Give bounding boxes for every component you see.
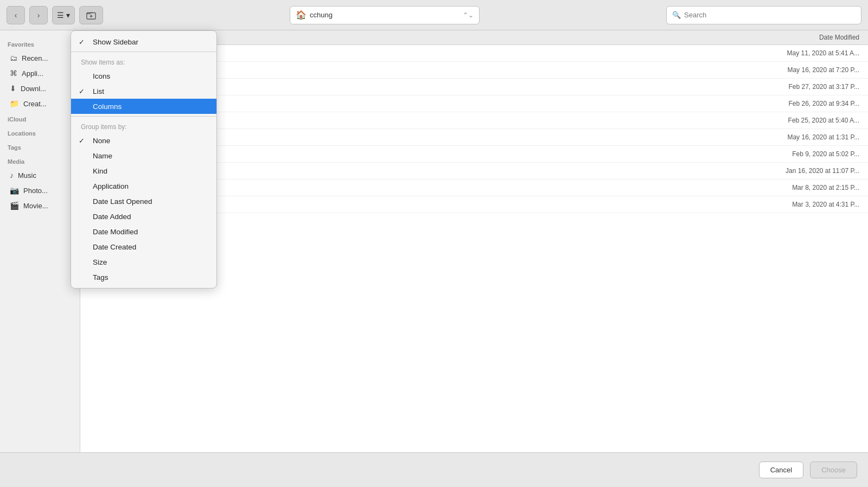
sidebar-item-photos[interactable]: 📷 Photo...	[2, 183, 78, 197]
date-added-item[interactable]: Date Added	[71, 209, 216, 224]
tags-label: Tags	[0, 140, 80, 153]
sidebar-item-recent[interactable]: 🗂 Recen...	[2, 51, 78, 65]
search-bar[interactable]: 🔍	[666, 6, 861, 24]
menu-divider-2	[71, 116, 216, 117]
icloud-label: iCloud	[0, 112, 80, 125]
cancel-button[interactable]: Cancel	[759, 462, 803, 478]
sidebar-item-music[interactable]: ♪ Music	[2, 168, 78, 182]
date-last-opened-label: Date Last Opened	[93, 197, 152, 206]
view-options-dropdown: ✓ Show Sidebar Show items as: Icons ✓ Li…	[71, 30, 217, 289]
date-created-label: Date Created	[93, 243, 136, 251]
kind-item[interactable]: Kind	[71, 163, 216, 178]
media-label: Media	[0, 154, 80, 167]
file-date: Feb 27, 2020 at 3:17 P...	[718, 83, 859, 91]
icons-item[interactable]: Icons	[71, 68, 216, 84]
downloads-icon: ⬇	[10, 84, 16, 93]
size-label: Size	[93, 258, 107, 266]
file-date: Feb 25, 2020 at 5:40 A...	[718, 117, 859, 124]
group-items-by-label: Group items by:	[71, 119, 216, 133]
columns-item[interactable]: Columns	[71, 99, 216, 114]
movies-icon: 🎬	[10, 201, 19, 210]
new-folder-icon	[86, 10, 96, 20]
sidebar-item-recent-label: Recen...	[22, 54, 48, 62]
folder-icon: 📁	[10, 99, 19, 108]
home-icon: 🏠	[296, 10, 307, 20]
sidebar-item-creative[interactable]: 📁 Creat...	[2, 97, 78, 111]
columns-label: Columns	[93, 102, 122, 111]
photos-icon: 📷	[10, 186, 19, 195]
name-label: Name	[93, 152, 112, 160]
location-bar[interactable]: 🏠 cchung ⌃⌄	[290, 6, 480, 24]
application-label: Application	[93, 182, 129, 190]
toolbar: ‹ › ☰ ▾ 🏠 cchung ⌃⌄ 🔍	[0, 0, 868, 30]
search-icon: 🔍	[672, 11, 681, 19]
none-item[interactable]: ✓ None	[71, 133, 216, 148]
list-label: List	[93, 87, 104, 95]
new-folder-button[interactable]	[79, 6, 103, 24]
file-date: Jan 16, 2020 at 11:07 P...	[718, 167, 859, 175]
view-options-button[interactable]: ☰ ▾	[52, 6, 75, 24]
list-check: ✓	[79, 87, 88, 95]
recent-icon: 🗂	[10, 54, 17, 62]
file-date: Feb 9, 2020 at 5:02 P...	[718, 150, 859, 158]
icons-label: Icons	[93, 72, 110, 80]
applications-icon: ⌘	[10, 69, 17, 78]
sidebar-item-movies-label: Movie...	[23, 202, 48, 210]
sidebar-item-downloads-label: Downl...	[21, 85, 46, 93]
music-icon: ♪	[10, 171, 14, 180]
date-modified-label: Date Modified	[93, 228, 138, 236]
sidebar-item-downloads[interactable]: ⬇ Downl...	[2, 81, 78, 95]
kind-label: Kind	[93, 167, 107, 175]
sidebar-item-music-label: Music	[18, 171, 36, 180]
sidebar-item-movies[interactable]: 🎬 Movie...	[2, 198, 78, 213]
show-sidebar-label: Show Sidebar	[93, 38, 138, 46]
date-created-item[interactable]: Date Created	[71, 239, 216, 254]
sidebar-item-applications[interactable]: ⌘ Appli...	[2, 66, 78, 80]
search-input[interactable]	[684, 11, 856, 19]
sidebar-item-photos-label: Photo...	[23, 187, 48, 195]
choose-button[interactable]: Choose	[810, 462, 857, 478]
file-date: May 16, 2020 at 7:20 P...	[718, 66, 859, 74]
location-arrows-icon: ⌃⌄	[463, 11, 474, 19]
back-icon: ‹	[15, 11, 17, 20]
favorites-label: Favorites	[0, 37, 80, 50]
sidebar-item-creative-label: Creat...	[23, 100, 47, 108]
show-items-as-label: Show items as:	[71, 54, 216, 68]
show-sidebar-check: ✓	[79, 38, 88, 46]
list-item[interactable]: ✓ List	[71, 84, 216, 99]
date-column-header: Date Modified	[718, 34, 859, 41]
sidebar-item-applications-label: Appli...	[22, 69, 43, 78]
file-date: Feb 26, 2020 at 9:34 P...	[718, 100, 859, 107]
none-check: ✓	[79, 137, 88, 145]
menu-divider-1	[71, 52, 216, 52]
bottom-bar: Cancel Choose	[0, 452, 868, 487]
file-date: Mar 3, 2020 at 4:31 P...	[718, 201, 859, 208]
dropdown-arrow-icon: ▾	[66, 11, 70, 20]
date-last-opened-item[interactable]: Date Last Opened	[71, 194, 216, 209]
name-item[interactable]: Name	[71, 148, 216, 163]
forward-icon: ›	[37, 11, 40, 20]
hamburger-icon: ☰	[57, 11, 64, 20]
tags-item[interactable]: Tags	[71, 270, 216, 285]
show-sidebar-item[interactable]: ✓ Show Sidebar	[71, 34, 216, 49]
file-date: May 16, 2020 at 1:31 P...	[718, 133, 859, 141]
tags-label: Tags	[93, 273, 108, 281]
date-modified-item[interactable]: Date Modified	[71, 224, 216, 239]
sidebar: Favorites 🗂 Recen... ⌘ Appli... ⬇ Downl.…	[0, 30, 80, 452]
back-button[interactable]: ‹	[7, 6, 25, 24]
file-date: Mar 8, 2020 at 2:15 P...	[718, 184, 859, 191]
date-added-label: Date Added	[93, 213, 131, 221]
application-item[interactable]: Application	[71, 178, 216, 194]
none-label: None	[93, 137, 110, 145]
locations-label: Locations	[0, 126, 80, 139]
file-date: May 11, 2020 at 5:41 A...	[718, 49, 859, 57]
location-name: cchung	[310, 11, 459, 19]
size-item[interactable]: Size	[71, 254, 216, 270]
forward-button[interactable]: ›	[29, 6, 48, 24]
